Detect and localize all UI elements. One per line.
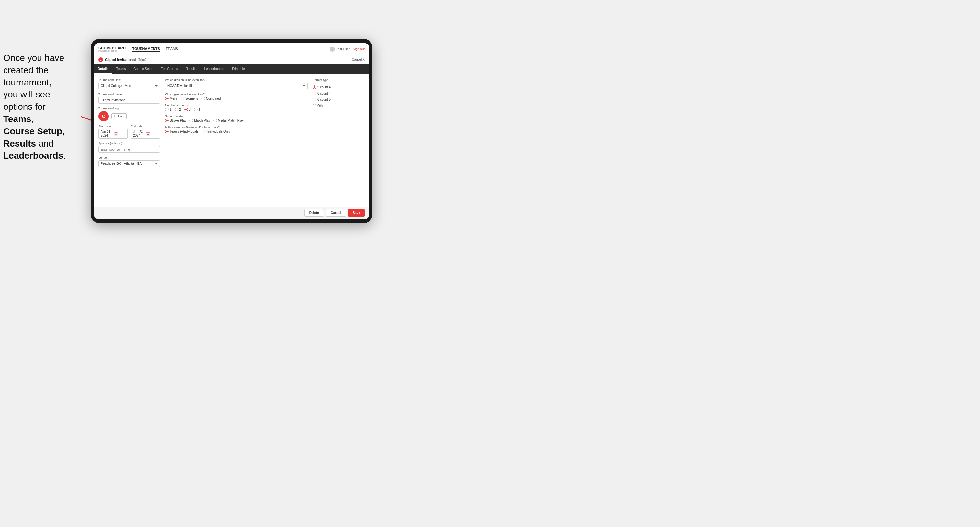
division-select[interactable]: NCAA Division III: [165, 83, 308, 89]
tab-teams[interactable]: Teams: [112, 64, 130, 74]
rounds-3-dot: [184, 108, 188, 111]
rounds-field: Number of rounds 1 2: [165, 103, 308, 111]
calendar-icon-start: 📅: [114, 132, 125, 136]
gender-combined-label: Combined: [206, 97, 221, 100]
sponsor-input[interactable]: [99, 146, 160, 153]
save-button[interactable]: Save: [348, 209, 365, 217]
main-content: Tournament Host Clippd College - Men Tou…: [94, 74, 369, 219]
gender-womens[interactable]: Womens: [181, 97, 198, 100]
col-left: Tournament Host Clippd College - Men Tou…: [99, 78, 160, 203]
scoring-stroke-play-label: Stroke Play: [170, 119, 186, 122]
sponsor-label: Sponsor (optional): [99, 142, 160, 145]
format-6count4[interactable]: 6 count 4: [313, 92, 365, 95]
tab-course-setup[interactable]: Course Setup: [130, 64, 157, 74]
teams-label: Is this event for Teams and/or Individua…: [165, 125, 308, 129]
form-footer: Delete Cancel Save: [94, 206, 369, 219]
individuals-only-dot: [203, 130, 206, 133]
gender-field: Which gender is the event for? Mens Wome…: [165, 92, 308, 100]
tournament-gender-tag: (Men): [138, 58, 146, 61]
scoring-match-play-dot: [189, 119, 193, 122]
col-middle: Which division is the event for? NCAA Di…: [165, 78, 308, 203]
tournament-title-row: C Clippd Invitational (Men): [99, 57, 146, 62]
logo-upload-row: C Upload: [99, 111, 160, 121]
gender-radio-group: Mens Womens Combined: [165, 97, 308, 100]
rounds-1-dot: [165, 108, 169, 111]
tournament-name-input[interactable]: [99, 97, 160, 103]
rounds-4[interactable]: 4: [194, 108, 200, 111]
tablet-screen: SCOREBOARD Powered by clippd TOURNAMENTS…: [94, 43, 369, 219]
tournament-name-field: Tournament name: [99, 92, 160, 103]
scoring-label: Scoring system: [165, 114, 308, 118]
start-date-input[interactable]: Jan 21, 2024 📅: [99, 129, 127, 138]
division-field: Which division is the event for? NCAA Di…: [165, 78, 308, 89]
sponsor-field: Sponsor (optional): [99, 142, 160, 153]
logo-title: SCOREBOARD: [99, 46, 126, 50]
tab-tee-groups[interactable]: Tee Groups: [157, 64, 182, 74]
venue-select[interactable]: Peachtree GC - Atlanta - GA: [99, 160, 160, 167]
rounds-1[interactable]: 1: [165, 108, 172, 111]
top-nav: SCOREBOARD Powered by clippd TOURNAMENTS…: [94, 43, 369, 55]
signout-link[interactable]: Sign out: [353, 47, 365, 51]
tournament-logo-field: Tournament logo C Upload: [99, 107, 160, 121]
format-5count4[interactable]: 5 count 4: [313, 86, 365, 89]
rounds-1-label: 1: [170, 108, 172, 111]
individuals-only-label: Individuals Only: [207, 130, 230, 133]
format-other-dot: [313, 104, 317, 108]
logo-sub: Powered by clippd: [99, 50, 126, 52]
user-avatar: [330, 47, 335, 52]
scoring-field: Scoring system Stroke Play Match Play: [165, 114, 308, 122]
scoring-medal-match-play-label: Medal Match Play: [218, 119, 243, 122]
individuals-only[interactable]: Individuals Only: [203, 130, 230, 133]
start-date-label: Start date: [99, 125, 127, 128]
delete-button[interactable]: Delete: [304, 209, 324, 217]
cancel-header-button[interactable]: Cancel X: [352, 58, 365, 61]
rounds-4-dot: [194, 108, 197, 111]
scoring-medal-match-play-dot: [213, 119, 217, 122]
scoring-medal-match-play[interactable]: Medal Match Play: [213, 119, 243, 122]
logo-area: SCOREBOARD Powered by clippd: [99, 46, 126, 52]
format-label: Format type: [313, 78, 365, 82]
teams-radio-group: Teams (+Individuals) Individuals Only: [165, 130, 308, 133]
tablet-device: SCOREBOARD Powered by clippd TOURNAMENTS…: [91, 39, 372, 223]
scoring-match-play[interactable]: Match Play: [189, 119, 210, 122]
format-type-col: Format type 5 count 4 6 count 4 6 count …: [313, 78, 365, 108]
tab-results[interactable]: Results: [182, 64, 200, 74]
tab-leaderboards[interactable]: Leaderboards: [200, 64, 228, 74]
teams-field: Is this event for Teams and/or Individua…: [165, 125, 308, 133]
end-date-field: End date Jan 23, 2024 📅: [131, 125, 160, 138]
nav-link-teams[interactable]: TEAMS: [166, 47, 178, 52]
format-5count4-label: 5 count 4: [317, 86, 331, 89]
start-date-value: Jan 21, 2024: [101, 130, 112, 137]
rounds-2[interactable]: 2: [175, 108, 181, 111]
venue-label: Venue: [99, 156, 160, 159]
tab-details[interactable]: Details: [94, 64, 112, 74]
user-label: Test User |: [336, 47, 352, 51]
tournament-name-label: Tournament name: [99, 92, 160, 96]
tournament-header: C Clippd Invitational (Men) Cancel X: [94, 55, 369, 64]
teams-plus-label: Teams (+Individuals): [170, 130, 199, 133]
tournament-name: Clippd Invitational: [105, 58, 136, 62]
form-body: Tournament Host Clippd College - Men Tou…: [94, 74, 369, 206]
gender-womens-dot: [181, 97, 184, 100]
gender-combined[interactable]: Combined: [202, 97, 221, 100]
format-other[interactable]: Other: [313, 104, 326, 108]
format-6count5[interactable]: 6 count 5: [313, 98, 365, 101]
format-5count4-dot: [313, 86, 317, 89]
upload-button[interactable]: Upload: [111, 113, 127, 119]
tournament-host-label: Tournament Host: [99, 78, 160, 82]
tournament-host-select[interactable]: Clippd College - Men: [99, 83, 160, 89]
cancel-button[interactable]: Cancel: [326, 209, 346, 217]
gender-mens[interactable]: Mens: [165, 97, 178, 100]
format-6count5-label: 6 count 5: [317, 98, 331, 101]
end-date-input[interactable]: Jan 23, 2024 📅: [131, 129, 160, 138]
nav-link-tournaments[interactable]: TOURNAMENTS: [132, 47, 160, 52]
teams-plus-individuals[interactable]: Teams (+Individuals): [165, 130, 199, 133]
rounds-2-label: 2: [180, 108, 181, 111]
tab-printables[interactable]: Printables: [228, 64, 250, 74]
scoring-match-play-label: Match Play: [194, 119, 210, 122]
start-date-field: Start date Jan 21, 2024 📅: [99, 125, 127, 138]
nav-user: Test User | Sign out: [330, 47, 365, 52]
rounds-3[interactable]: 3: [184, 108, 191, 111]
logo-circle: C: [99, 111, 109, 121]
scoring-stroke-play[interactable]: Stroke Play: [165, 119, 186, 122]
